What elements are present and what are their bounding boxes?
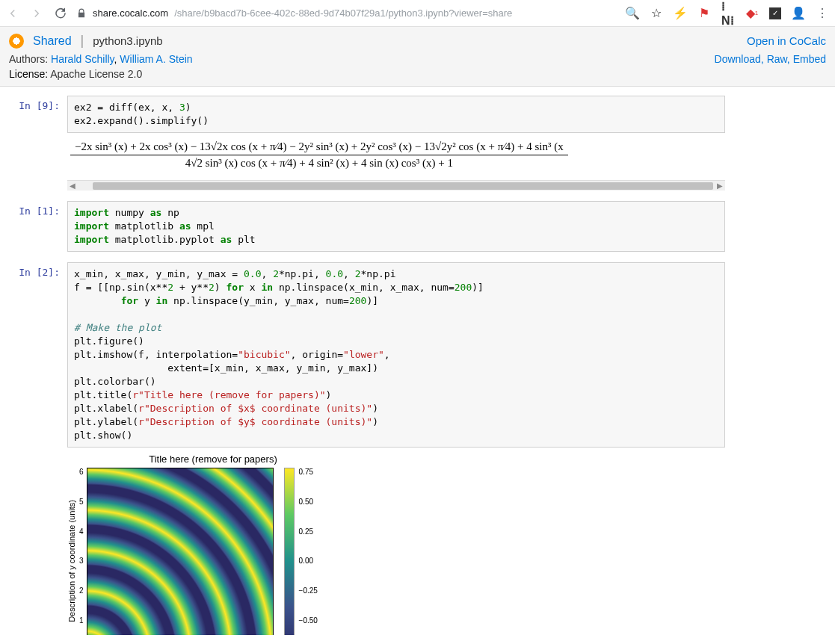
raw-link[interactable]: Raw xyxy=(767,53,787,65)
download-link[interactable]: Download xyxy=(715,53,761,65)
scroll-right-icon[interactable]: ▶ xyxy=(715,182,725,190)
input-prompt: In [9]: xyxy=(7,96,67,191)
bolt-icon[interactable]: ⚡ xyxy=(674,7,687,20)
lock-icon xyxy=(76,8,87,19)
license-label: License: xyxy=(9,68,50,80)
colorbar-ticks: 0.75 0.50 0.25 0.00 −0.25 −0.50 −0.75 xyxy=(299,468,318,635)
code-input[interactable]: import numpy as np import matplotlib as … xyxy=(67,201,725,252)
plot-yticks: 6 5 4 3 2 1 0 xyxy=(79,468,87,635)
shared-link[interactable]: Shared xyxy=(33,34,72,48)
colorbar xyxy=(284,468,295,635)
zoom-icon[interactable]: 🔍 xyxy=(626,7,639,20)
menu-dots-icon[interactable]: ⋮ xyxy=(816,7,829,20)
star-icon[interactable]: ☆ xyxy=(650,7,663,20)
browser-toolbar: share.cocalc.com/share/b9bacd7b-6cee-402… xyxy=(0,0,835,27)
plot-output: Title here (remove for papers) Descripti… xyxy=(67,448,725,635)
author-link-1[interactable]: Harald Schilly xyxy=(51,53,114,65)
code-cell: In [2]: x_min, x_max, y_min, y_max = 0.0… xyxy=(75,262,820,635)
breadcrumb-divider: | xyxy=(81,33,84,49)
back-icon[interactable] xyxy=(6,7,19,20)
url-path: /share/b9bacd7b-6cee-402c-88ed-9d74b07f2… xyxy=(174,7,512,19)
filename-label: python3.ipynb xyxy=(93,34,162,47)
open-in-cocalc-link[interactable]: Open in CoCalc xyxy=(747,34,826,47)
math-numerator: −2x sin³ (x) + 2x cos³ (x) − 13√2x cos (… xyxy=(70,139,568,155)
math-output: −2x sin³ (x) + 2x cos³ (x) − 13√2x cos (… xyxy=(67,133,725,177)
plot-title: Title here (remove for papers) xyxy=(120,453,306,465)
horizontal-scrollbar[interactable]: ◀ ▶ xyxy=(67,180,725,191)
code-input[interactable]: x_min, x_max, y_min, y_max = 0.0, 2*np.p… xyxy=(67,262,725,448)
code-cell: In [1]: import numpy as np import matplo… xyxy=(75,201,820,252)
notebook-scroll-area[interactable]: In [9]: ex2 = diff(ex, x, 3) ex2.expand(… xyxy=(0,87,835,635)
heatmap-canvas xyxy=(87,468,274,635)
check-ext-icon[interactable]: ✓ xyxy=(769,7,781,19)
forward-icon[interactable] xyxy=(30,7,43,20)
plot-ylabel: Description of y coordinate (units) xyxy=(67,500,76,622)
code-cell: In [9]: ex2 = diff(ex, x, 3) ex2.expand(… xyxy=(75,96,820,191)
math-denominator: 4√2 sin³ (x) cos (x + π⁄4) + 4 sin² (x) … xyxy=(181,155,457,171)
cocalc-logo-icon xyxy=(9,34,24,49)
input-prompt: In [1]: xyxy=(7,201,67,252)
input-prompt: In [2]: xyxy=(7,262,67,635)
authors-label: Authors: xyxy=(9,53,51,65)
scrollbar-thumb[interactable] xyxy=(93,182,713,190)
address-bar[interactable]: share.cocalc.com/share/b9bacd7b-6cee-402… xyxy=(76,7,617,19)
shield-icon[interactable]: ◆1 xyxy=(745,7,759,20)
cocalc-header: Shared | python3.ipynb Open in CoCalc Au… xyxy=(0,27,835,87)
n-ext-icon[interactable]: ⁞N⁞ xyxy=(721,7,735,20)
author-link-2[interactable]: William A. Stein xyxy=(120,53,192,65)
url-host: share.cocalc.com xyxy=(93,7,168,19)
flag-icon[interactable]: ⚑ xyxy=(697,7,711,20)
reload-icon[interactable] xyxy=(54,7,67,20)
embed-link[interactable]: Embed xyxy=(793,53,826,65)
code-input[interactable]: ex2 = diff(ex, x, 3) ex2.expand().simpli… xyxy=(67,96,725,133)
profile-icon[interactable]: 👤 xyxy=(792,7,805,20)
license-value: Apache License 2.0 xyxy=(50,68,142,80)
scroll-left-icon[interactable]: ◀ xyxy=(67,182,78,190)
